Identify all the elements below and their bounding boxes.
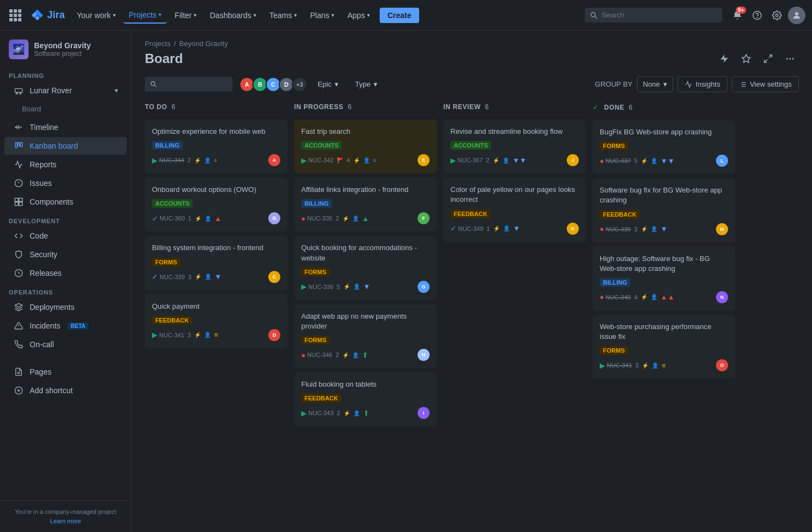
insights-label: Insights <box>696 80 720 88</box>
sidebar-item-lunar-rover[interactable]: Lunar Rover ▾ <box>4 82 127 99</box>
sidebar-item-kanban[interactable]: Kanban board <box>4 137 127 155</box>
board-search-bar[interactable] <box>145 77 233 92</box>
sidebar-item-issues[interactable]: Issues <box>4 174 127 192</box>
breadcrumb-project-name[interactable]: Beyond Gravity <box>179 39 228 48</box>
column-done: ✓ DONE 6 BugFix BG Web-store app crashin… <box>593 101 735 378</box>
sidebar-item-deployments[interactable]: Deployments <box>4 298 127 316</box>
security-icon <box>13 250 24 259</box>
card-nuc-342[interactable]: Fast trip search ACCOUNTS ▶ NUC-342 🚩 4 … <box>294 120 437 173</box>
card-nuc-339[interactable]: Billing system integration - frontend FO… <box>145 236 287 290</box>
card-nuc-341-todo[interactable]: Quick payment FEEDBACK ▶ NUC-341 3 ⚡ 👤 ≡… <box>145 295 287 348</box>
lightning-icon[interactable] <box>715 50 733 67</box>
card-nuc-344[interactable]: Optimize experience for mobile web BILLI… <box>145 120 287 173</box>
svg-point-7 <box>16 93 18 94</box>
sidebar-project[interactable]: 🌌 Beyond Gravity Software project <box>0 31 131 66</box>
notification-badge: 9+ <box>736 7 746 14</box>
insights-icon <box>685 81 692 88</box>
card-nuc-349[interactable]: Color of pale yellow on our pages looks … <box>443 178 586 241</box>
issues-label: Issues <box>30 179 52 188</box>
type-filter-button[interactable]: Type ▾ <box>349 76 384 92</box>
card-nuc-341-todo-title: Quick payment <box>152 302 280 312</box>
sidebar-item-components[interactable]: Components <box>4 193 127 211</box>
card-nuc-360[interactable]: Onboard workout options (OWO) ACCOUNTS ✓… <box>145 178 287 231</box>
breadcrumb-projects[interactable]: Projects <box>145 39 171 48</box>
sidebar-item-oncall[interactable]: On-call <box>4 336 127 353</box>
sidebar-item-code[interactable]: Code <box>4 227 127 245</box>
card-nuc-339-done-avatar: M <box>716 223 728 235</box>
nav-plans[interactable]: Plans ▾ <box>304 8 340 23</box>
card-nuc-336[interactable]: Quick booking for accommodations - websi… <box>294 236 437 299</box>
search-input[interactable] <box>602 11 717 19</box>
svg-marker-30 <box>720 55 728 63</box>
sidebar-item-pages[interactable]: Pages <box>4 363 127 381</box>
nav-yourwork[interactable]: Your work ▾ <box>71 8 121 23</box>
svg-point-0 <box>591 12 595 16</box>
deployments-label: Deployments <box>30 303 75 312</box>
epic-filter-button[interactable]: Epic ▾ <box>312 76 345 92</box>
fullscreen-icon[interactable] <box>759 50 777 67</box>
components-icon <box>13 197 24 206</box>
settings-button[interactable] <box>768 7 786 24</box>
card-nuc-339-tag: FORMS <box>152 258 181 267</box>
grid-menu-icon[interactable] <box>7 7 24 24</box>
breadcrumb: Projects / Beyond Gravity <box>145 39 799 48</box>
timeline-label: Timeline <box>30 123 58 132</box>
sidebar-item-add-shortcut[interactable]: Add shortcut <box>4 382 127 399</box>
card-nuc-340-avatar: N <box>716 291 728 303</box>
card-nuc-367[interactable]: Revise and streamline booking flow ACCOU… <box>443 120 586 173</box>
type-caret: ▾ <box>374 80 377 88</box>
card-nuc-340[interactable]: High outage: Software bug fix - BG Web-s… <box>593 247 735 310</box>
board-search-input[interactable] <box>160 80 227 88</box>
sidebar-item-reports[interactable]: Reports <box>4 156 127 173</box>
column-inprogress: IN PROGRESS 6 Fast trip search ACCOUNTS … <box>294 101 437 426</box>
user-avatar[interactable] <box>788 7 805 24</box>
column-inprogress-header: IN PROGRESS 6 <box>294 101 437 115</box>
nav-dashboards[interactable]: Dashboards ▾ <box>204 8 262 23</box>
view-settings-button[interactable]: View settings <box>732 76 799 92</box>
svg-line-32 <box>769 55 772 58</box>
sidebar-item-releases[interactable]: Releases <box>4 264 127 282</box>
card-nuc-335-id: NUC-335 <box>307 215 332 222</box>
star-icon[interactable] <box>737 50 755 67</box>
sidebar-item-timeline[interactable]: Timeline <box>4 118 127 136</box>
card-nuc-341-done-avatar: O <box>716 359 728 371</box>
nav-projects[interactable]: Projects ▾ <box>123 7 167 24</box>
card-nuc-349-id: NUC-349 <box>458 225 483 232</box>
lunar-rover-icon <box>13 86 24 95</box>
card-nuc-341-done[interactable]: Web-store purchasing performance issue f… <box>593 315 735 378</box>
learn-more-link[interactable]: Learn more <box>50 518 81 524</box>
card-nuc-346[interactable]: Adapt web app no new payments provider F… <box>294 304 437 368</box>
svg-line-38 <box>154 85 156 87</box>
jira-logo[interactable]: Jira <box>26 9 69 22</box>
sidebar-item-incidents[interactable]: Incidents BETA <box>4 317 127 335</box>
card-nuc-339-done[interactable]: Software bug fix for BG Web-store app cr… <box>593 178 735 242</box>
nav-apps[interactable]: Apps ▾ <box>342 8 375 23</box>
nav-teams[interactable]: Teams ▾ <box>264 8 302 23</box>
nav-filter[interactable]: Filter ▾ <box>169 8 202 23</box>
timeline-icon <box>13 123 24 132</box>
card-nuc-342-avatar: E <box>418 154 430 166</box>
notifications-button[interactable]: 9+ <box>729 7 746 24</box>
sidebar-item-board-sub[interactable]: Board <box>4 100 127 117</box>
avatar-more[interactable]: +3 <box>292 77 307 92</box>
create-button[interactable]: Create <box>380 8 419 23</box>
more-options-icon[interactable] <box>781 50 799 67</box>
sidebar-footer: You're in a company-managed project Lear… <box>0 500 131 532</box>
search-bar[interactable] <box>585 8 722 22</box>
card-nuc-343[interactable]: Fluid booking on tablets FEEDBACK ▶ NUC-… <box>294 372 437 426</box>
oncall-icon <box>13 340 24 349</box>
svg-rect-6 <box>15 89 22 93</box>
card-nuc-337[interactable]: BugFix BG Web-store app crashing FORMS ●… <box>593 120 735 174</box>
group-by-dropdown[interactable]: None ▾ <box>637 76 673 92</box>
svg-point-37 <box>151 82 155 86</box>
column-inreview-header: IN REVIEW 6 <box>443 101 586 115</box>
card-nuc-340-title: High outage: Software bug fix - BG Web-s… <box>600 254 728 274</box>
card-nuc-335[interactable]: Affiliate links integration - frontend B… <box>294 178 437 231</box>
card-nuc-343-avatar: I <box>418 407 430 419</box>
card-nuc-340-tag: BILLING <box>600 278 630 287</box>
help-button[interactable] <box>748 7 766 24</box>
pages-icon <box>13 367 24 376</box>
insights-button[interactable]: Insights <box>678 76 728 92</box>
kanban-icon <box>13 142 24 150</box>
sidebar-item-security[interactable]: Security <box>4 246 127 263</box>
